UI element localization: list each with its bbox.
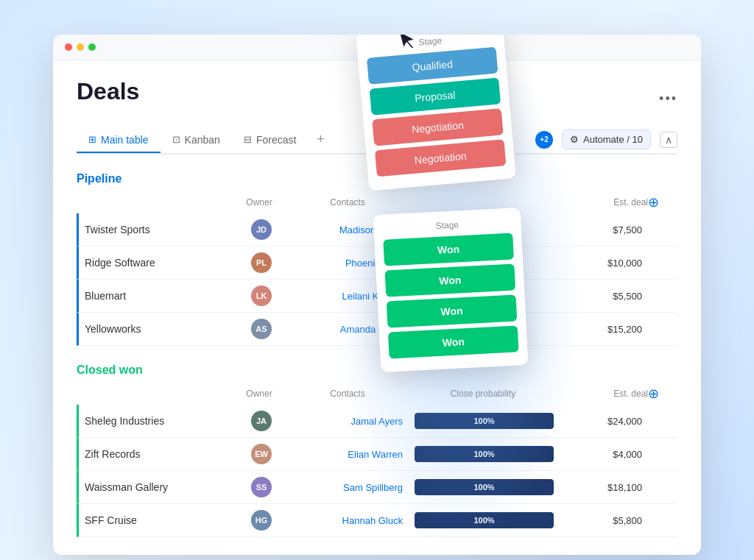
est-deal: $4,000 — [560, 449, 648, 460]
won-option-2[interactable]: Won — [384, 263, 515, 297]
table-icon: ⊞ — [88, 134, 96, 145]
col-contacts-header: Contacts — [289, 389, 406, 399]
deal-name: Sheleg Industries — [85, 415, 232, 427]
app-window: Deals ••• ⊞ Main table ⊡ Kanban ⊟ Foreca… — [53, 35, 701, 555]
shield-badge: +2 — [535, 131, 553, 149]
deal-name: Waissman Gallery — [85, 481, 232, 493]
probability-bar: 100% — [415, 413, 554, 429]
probability-fill: 100% — [415, 413, 554, 429]
dot-green[interactable] — [88, 43, 96, 51]
table-row: Waissman Gallery SS Sam Spillberg 100% $… — [77, 471, 677, 504]
forecast-icon: ⊟ — [244, 134, 252, 145]
tab-kanban[interactable]: ⊡ Kanban — [161, 128, 232, 153]
deal-name: Yellowworks — [85, 323, 232, 335]
won-popup-title: Stage — [382, 217, 512, 234]
col-add-header: ⊕ — [648, 194, 677, 210]
automate-icon: ⚙ — [570, 134, 579, 145]
stage-dropdown-popup: Stage Qualified Proposal Negotiation Neg… — [356, 35, 516, 191]
add-column-button-2[interactable]: ⊕ — [648, 386, 659, 401]
tab-forecast[interactable]: ⊟ Forecast — [232, 128, 308, 153]
contact-link[interactable]: Sam Spillberg — [291, 482, 409, 493]
est-deal: $7,500 — [560, 224, 648, 235]
contact-link[interactable]: Elian Warren — [291, 449, 409, 460]
avatar: LK — [251, 286, 272, 306]
avatar: JA — [251, 411, 272, 431]
add-tab-button[interactable]: + — [308, 126, 334, 153]
closed-won-section: Closed won Owner Contacts Close probabil… — [77, 364, 677, 537]
col-est-header: Est. deal — [560, 389, 648, 399]
pipeline-table-header: Owner Contacts Est. deal ⊕ — [77, 191, 677, 213]
avatar: JD — [251, 219, 272, 240]
table-row: SFF Cruise HG Hannah Gluck 100% $5,800 — [77, 504, 677, 537]
est-deal: $10,000 — [560, 258, 648, 269]
table-row: Sheleg Industries JA Jamal Ayers 100% $2… — [77, 405, 677, 438]
probability-bar: 100% — [415, 479, 554, 495]
kanban-icon: ⊡ — [172, 134, 180, 145]
won-option-3[interactable]: Won — [387, 294, 518, 327]
tab-main-table[interactable]: ⊞ Main table — [77, 128, 161, 153]
probability-fill: 100% — [415, 446, 554, 462]
won-option-1[interactable]: Won — [383, 233, 514, 266]
closed-won-section-title: Closed won — [77, 364, 677, 377]
contact-link[interactable]: Hannah Gluck — [291, 515, 409, 526]
avatar: SS — [251, 477, 272, 497]
est-deal: $15,200 — [560, 324, 648, 335]
est-deal: $24,000 — [560, 416, 648, 427]
dot-red[interactable] — [65, 43, 72, 51]
col-owner-header: Owner — [230, 197, 289, 208]
avatar: HG — [251, 510, 272, 531]
more-options-button[interactable]: ••• — [659, 91, 677, 107]
probability-bar: 100% — [415, 446, 554, 462]
avatar: AS — [251, 319, 272, 339]
deal-name: Ridge Software — [85, 257, 232, 269]
deal-name: Twister Sports — [85, 224, 232, 235]
table-row: Yellowworks AS Amanda Smith Negotiation … — [77, 313, 677, 346]
add-column-button[interactable]: ⊕ — [648, 195, 659, 210]
avatar: PL — [251, 252, 272, 273]
est-deal: $5,800 — [560, 515, 648, 526]
won-option-4[interactable]: Won — [388, 325, 519, 358]
probability-bar: 100% — [415, 512, 554, 528]
dot-yellow[interactable] — [77, 43, 84, 51]
avatar: EW — [251, 444, 272, 464]
col-close-prob-header: Close probability — [406, 389, 560, 399]
page-title: Deals — [77, 78, 139, 105]
automate-button[interactable]: ⚙ Automate / 10 — [562, 130, 651, 149]
col-est-header: Est. deal — [560, 197, 648, 208]
stage-option-negotiation-2[interactable]: Negotiation — [375, 139, 506, 177]
probability-fill: 100% — [415, 512, 554, 528]
deal-name: Bluemart — [85, 290, 232, 302]
est-deal: $5,500 — [560, 291, 648, 302]
collapse-button[interactable]: ∧ — [660, 132, 677, 148]
closed-won-table-header: Owner Contacts Close probability Est. de… — [77, 383, 677, 405]
deal-name: SFF Cruise — [85, 514, 232, 526]
est-deal: $18,100 — [560, 482, 648, 493]
won-dropdown-popup: Stage Won Won Won Won — [373, 208, 529, 372]
probability-fill: 100% — [415, 479, 554, 495]
deal-name: Zift Records — [85, 448, 232, 460]
table-row: Zift Records EW Elian Warren 100% $4,000 — [77, 438, 677, 471]
contact-link[interactable]: Jamal Ayers — [291, 416, 409, 427]
col-contacts-header: Contacts — [289, 197, 406, 208]
col-owner-header: Owner — [230, 389, 289, 399]
